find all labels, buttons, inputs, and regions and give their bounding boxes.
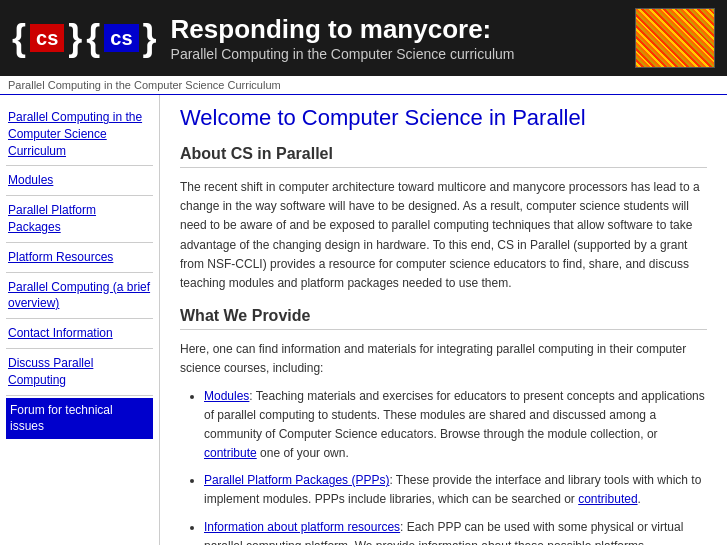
right-bracket-icon: } [68,20,82,56]
breadcrumb: Parallel Computing in the Computer Scien… [0,76,727,95]
right-bracket2-icon: } [143,20,157,56]
platform-resources-link[interactable]: Information about platform resources [204,520,400,534]
contributed-link[interactable]: contributed [578,492,637,506]
list-item: Information about platform resources: Ea… [204,518,707,545]
page-title: Welcome to Computer Science in Parallel [180,105,707,131]
header-title: Responding to manycore: Parallel Computi… [171,14,515,61]
modules-text2: one of your own. [257,446,349,460]
left-bracket2-icon: { [86,20,100,56]
logo-area: { cs } { cs } [12,20,157,56]
sidebar-item-platform[interactable]: Platform Resources [6,245,153,270]
modules-link[interactable]: Modules [204,389,249,403]
sidebar-divider [6,395,153,396]
sidebar-item-discuss[interactable]: Discuss Parallel Computing [6,351,153,393]
sidebar-item-contact[interactable]: Contact Information [6,321,153,346]
ppp-text2: . [638,492,641,506]
chip-image [635,8,715,68]
sidebar-divider [6,242,153,243]
breadcrumb-text: Parallel Computing in the Computer Scien… [8,79,281,91]
sidebar-divider [6,195,153,196]
header: { cs } { cs } Responding to manycore: Pa… [0,0,727,76]
logo-cs1: cs [30,24,64,52]
about-text: The recent shift in computer architectur… [180,178,707,293]
list-item: Modules: Teaching materials and exercise… [204,387,707,464]
sidebar-item-home[interactable]: Parallel Computing in the Computer Scien… [6,105,153,163]
about-section-title: About CS in Parallel [180,145,707,168]
logo-cs2: cs [104,24,138,52]
main-content: Welcome to Computer Science in Parallel … [160,95,727,545]
ppp-link[interactable]: Parallel Platform Packages (PPPs) [204,473,389,487]
sidebar-item-modules[interactable]: Modules [6,168,153,193]
modules-text: : Teaching materials and exercises for e… [204,389,705,441]
sidebar-divider [6,348,153,349]
contribute-link[interactable]: contribute [204,446,257,460]
site-title: Responding to manycore: [171,14,515,45]
bullet-list: Modules: Teaching materials and exercise… [204,387,707,546]
layout: Parallel Computing in the Computer Scien… [0,95,727,545]
sidebar-item-forum[interactable]: Forum for technical issues [6,398,153,440]
site-subtitle: Parallel Computing in the Computer Scien… [171,46,515,62]
sidebar-item-ppp[interactable]: Parallel Platform Packages [6,198,153,240]
sidebar-item-overview[interactable]: Parallel Computing (a brief overview) [6,275,153,317]
list-item: Parallel Platform Packages (PPPs): These… [204,471,707,509]
left-bracket-icon: { [12,20,26,56]
sidebar-divider [6,318,153,319]
sidebar-divider [6,272,153,273]
what-intro-text: Here, one can find information and mater… [180,340,707,378]
sidebar-divider [6,165,153,166]
what-section-title: What We Provide [180,307,707,330]
sidebar: Parallel Computing in the Computer Scien… [0,95,160,545]
